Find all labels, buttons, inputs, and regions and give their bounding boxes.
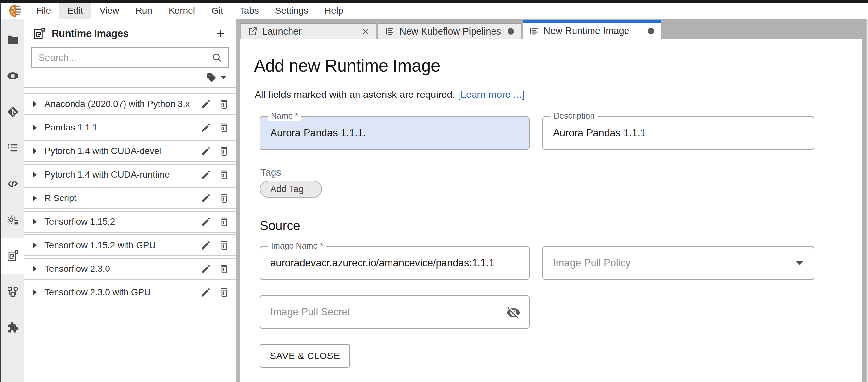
delete-icon[interactable] <box>219 240 230 251</box>
description-field: Description <box>542 116 814 150</box>
delete-icon[interactable] <box>219 193 230 204</box>
menu-git[interactable]: Git <box>203 3 231 19</box>
menu-help[interactable]: Help <box>316 3 352 19</box>
delete-icon[interactable] <box>219 287 230 298</box>
learn-more-link[interactable]: [Learn more ...] <box>458 89 524 100</box>
tag-filter-caret-icon[interactable] <box>221 76 226 80</box>
runtime-image-editor: Add new Runtime Image All fields marked … <box>240 39 862 382</box>
expand-caret-icon[interactable] <box>33 266 37 272</box>
tab-label: New Runtime Image <box>544 26 629 36</box>
tag-filter-icon[interactable] <box>206 72 217 83</box>
runtime-images-icon <box>6 249 19 262</box>
row-actions <box>200 193 230 204</box>
edit-icon[interactable] <box>200 122 212 133</box>
activity-extension-manager[interactable] <box>1 310 24 346</box>
tab-new-kubeflow-pipelines[interactable]: New Kubeflow Pipelines <box>378 23 521 39</box>
delete-icon[interactable] <box>219 98 230 110</box>
row-actions <box>200 122 230 133</box>
activity-file-browser[interactable] <box>1 22 24 58</box>
sidebar-title: Runtime Images <box>52 28 128 39</box>
source-heading: Source <box>260 218 300 233</box>
tag-filter-row <box>24 68 236 88</box>
visibility-off-icon[interactable] <box>506 305 521 320</box>
row-actions <box>200 216 230 227</box>
description-input[interactable] <box>543 117 814 149</box>
row-actions <box>200 287 230 298</box>
activity-runtimes[interactable] <box>1 202 24 238</box>
sidebar-splitter[interactable] <box>236 19 240 382</box>
expand-caret-icon[interactable] <box>33 242 37 248</box>
edit-icon[interactable] <box>200 216 212 227</box>
activity-runtime-images[interactable] <box>1 238 24 274</box>
image-pull-policy-select[interactable]: Image Pull Policy <box>542 246 814 280</box>
expand-caret-icon[interactable] <box>33 218 37 225</box>
menu-tabs[interactable]: Tabs <box>231 3 267 19</box>
name-input[interactable] <box>260 117 529 149</box>
required-note: All fields marked with an asterisk are r… <box>255 89 524 100</box>
edit-icon[interactable] <box>200 98 212 110</box>
dropdown-caret-icon <box>796 261 803 265</box>
menu-edit[interactable]: Edit <box>59 3 91 19</box>
runtime-image-row[interactable]: Pandas 1.1.1 <box>24 117 236 138</box>
activity-running-sessions[interactable] <box>1 58 24 94</box>
delete-icon[interactable] <box>219 169 230 180</box>
save-and-close-button[interactable]: SAVE & CLOSE <box>260 344 350 368</box>
menu-file[interactable]: File <box>28 3 59 19</box>
delete-icon[interactable] <box>219 122 230 133</box>
activity-git[interactable] <box>1 94 24 130</box>
edit-icon[interactable] <box>200 169 212 180</box>
runtime-image-row[interactable]: Tensorflow 2.3.0 with GPU <box>24 282 236 303</box>
menu-kernel[interactable]: Kernel <box>160 3 203 19</box>
edit-icon[interactable] <box>200 287 212 298</box>
edit-icon[interactable] <box>200 263 212 274</box>
expand-caret-icon[interactable] <box>33 124 37 131</box>
runtime-image-name: Anaconda (2020.07) with Python 3.x <box>44 99 190 109</box>
search-input[interactable] <box>32 52 212 63</box>
row-actions <box>200 98 230 110</box>
close-icon[interactable] <box>361 27 370 36</box>
runtime-image-name: Tensorflow 1.15.2 with GPU <box>44 240 156 251</box>
form-icon <box>529 26 539 36</box>
unsaved-changes-dot <box>507 28 514 35</box>
runtime-image-row[interactable]: R Script <box>24 187 236 209</box>
tab-launcher[interactable]: Launcher <box>241 23 376 39</box>
runtime-image-row[interactable]: Tensorflow 1.15.2 with GPU <box>24 235 236 256</box>
menu-settings[interactable]: Settings <box>267 3 316 19</box>
edit-icon[interactable] <box>200 240 212 251</box>
menu-run[interactable]: Run <box>127 3 160 19</box>
runtime-image-row[interactable]: Tensorflow 1.15.2 <box>24 211 236 233</box>
menu-view[interactable]: View <box>91 3 127 19</box>
runtime-image-name: Pytorch 1.4 with CUDA-devel <box>44 146 161 156</box>
activity-pipeline-components[interactable] <box>1 274 24 310</box>
delete-icon[interactable] <box>219 216 230 227</box>
edit-icon[interactable] <box>200 193 212 204</box>
runtime-image-name: Pytorch 1.4 with CUDA-runtime <box>44 169 169 180</box>
add-tag-button[interactable]: Add Tag + <box>260 180 322 198</box>
window-top-bar <box>0 0 868 3</box>
delete-icon[interactable] <box>219 146 230 157</box>
activity-table-of-contents[interactable] <box>1 130 24 166</box>
image-pull-secret-input[interactable] <box>260 296 529 328</box>
window-scrollbar-track[interactable] <box>866 19 868 382</box>
expand-caret-icon[interactable] <box>33 171 37 178</box>
expand-caret-icon[interactable] <box>33 195 37 202</box>
expand-caret-icon[interactable] <box>33 289 37 296</box>
runtime-images-icon <box>33 27 46 40</box>
toc-icon <box>6 142 19 154</box>
tab-new-runtime-image[interactable]: New Runtime Image <box>523 20 661 39</box>
tab-label: New Kubeflow Pipelines <box>399 26 501 37</box>
runtime-images-sidebar: Runtime Images + Anaconda (2020.07) with… <box>24 19 236 382</box>
runtime-image-row[interactable]: Pytorch 1.4 with CUDA-runtime <box>24 164 236 185</box>
add-runtime-image-button[interactable]: + <box>216 27 224 41</box>
runtime-image-row[interactable]: Anaconda (2020.07) with Python 3.x <box>24 93 236 115</box>
runtime-image-row[interactable]: Pytorch 1.4 with CUDA-devel <box>24 140 236 162</box>
delete-icon[interactable] <box>219 263 230 274</box>
activity-code-snippets[interactable] <box>1 166 24 202</box>
row-actions <box>200 240 230 251</box>
edit-icon[interactable] <box>200 146 212 157</box>
expand-caret-icon[interactable] <box>33 148 37 154</box>
menu-items: FileEditViewRunKernelGitTabsSettingsHelp <box>28 3 352 19</box>
expand-caret-icon[interactable] <box>33 101 37 107</box>
image-name-input[interactable] <box>260 246 529 279</box>
runtime-image-row[interactable]: Tensorflow 2.3.0 <box>24 258 236 280</box>
